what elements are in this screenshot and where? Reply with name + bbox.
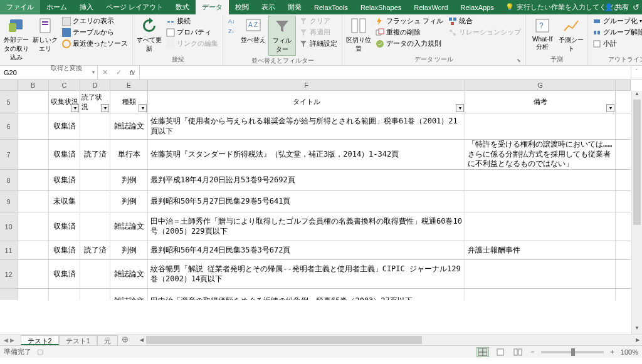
cell[interactable]: 単行本 [110, 140, 148, 170]
forecast-sheet-button[interactable]: 予測シート [557, 16, 585, 55]
whatif-button[interactable]: ? What-If 分析 [529, 16, 556, 53]
scroll-thumb[interactable] [633, 100, 641, 225]
header-cell-e[interactable]: 種類▾ [110, 91, 148, 113]
zoom-slider[interactable] [541, 351, 604, 353]
filter-button[interactable]: フィルター [268, 16, 296, 56]
clear-filter-button[interactable]: クリア [297, 16, 339, 26]
tab-review[interactable]: 校閲 [229, 0, 255, 14]
cell[interactable] [616, 170, 631, 191]
page-break-view-button[interactable] [512, 347, 524, 357]
cell[interactable] [616, 191, 631, 212]
get-external-data-button[interactable]: 外部データの取り込み [3, 16, 30, 63]
history-icon[interactable]: ↺ [633, 3, 639, 12]
cell[interactable]: 収集済 [49, 241, 80, 260]
scroll-thumb[interactable] [146, 336, 422, 344]
row-header[interactable] [0, 289, 18, 300]
cell[interactable]: 読了済 [80, 241, 110, 260]
dialog-launcher-icon[interactable]: ⬊ [515, 58, 522, 64]
cell[interactable] [465, 260, 616, 289]
ungroup-button[interactable]: グループ解除 ▾ [591, 27, 642, 38]
header-cell-g[interactable]: 備考▾ [465, 91, 616, 113]
tab-pagelayout[interactable]: ページ レイアウト [100, 0, 169, 14]
cell[interactable] [616, 260, 631, 289]
text-to-columns-button[interactable]: 区切り位置 [345, 16, 372, 55]
cell[interactable]: 佐藤英明「使用者から与えられる報奨金等が給与所得とされる範囲」税事61巻（200… [148, 113, 465, 140]
cell[interactable]: 雑誌論文 [110, 113, 148, 140]
cell[interactable]: 最判平成18年4月20日訟月53巻9号2692頁 [148, 170, 465, 191]
new-query-button[interactable]: 新しいクエリ [31, 16, 59, 55]
row-header[interactable]: 12 [0, 260, 18, 289]
cell[interactable] [49, 289, 80, 300]
from-table-button[interactable]: テーブルから [60, 27, 130, 38]
sheet-tab-moto[interactable]: 元 [97, 335, 118, 345]
vertical-scrollbar[interactable]: ▲ ▼ [631, 91, 642, 334]
relationships-button[interactable]: リレーションシップ [446, 27, 523, 38]
cell[interactable] [465, 113, 616, 140]
row-header[interactable]: 11 [0, 241, 18, 260]
sheet-tab-test1[interactable]: テスト1 [59, 335, 97, 345]
cell[interactable]: 最判昭和50年5月27日民集29巻5号641頁 [148, 191, 465, 212]
cell[interactable]: 「特許を受ける権利の譲渡時においては……さらに係る分割払方式を採用しても従業者に… [465, 140, 616, 170]
filter-toggle-icon[interactable]: ▾ [139, 104, 147, 112]
formula-input[interactable] [140, 66, 631, 79]
tab-relaxword[interactable]: RelaxWord [408, 0, 454, 14]
col-header-g[interactable]: G [465, 80, 616, 91]
col-header-f[interactable]: F [148, 80, 465, 91]
refresh-all-button[interactable]: すべて更新 [135, 16, 163, 55]
subtotal-button[interactable]: 小計 [591, 38, 642, 49]
recent-sources-button[interactable]: 最近使ったソース [60, 38, 130, 49]
share-button[interactable]: 👤 共有 [604, 3, 629, 12]
cell[interactable] [80, 191, 110, 212]
cell[interactable] [616, 241, 631, 260]
tab-formulas[interactable]: 数式 [169, 0, 196, 14]
cell[interactable] [465, 191, 616, 212]
header-cell-b[interactable] [18, 91, 49, 113]
tab-home[interactable]: ホーム [40, 0, 73, 14]
cell[interactable]: 収集済 [49, 212, 80, 241]
filter-toggle-icon[interactable]: ▾ [456, 104, 464, 112]
scroll-right-icon[interactable]: ▶ [633, 335, 642, 345]
cell[interactable] [80, 212, 110, 241]
cell[interactable] [80, 170, 110, 191]
cell[interactable] [18, 260, 49, 289]
cell[interactable]: 判例 [110, 241, 148, 260]
cell[interactable]: 田中治＝土師秀作「贈与により取得したゴルフ会員権の名義書換料の取得費性」税通60… [148, 212, 465, 241]
tab-relaxtools[interactable]: RelaxTools [308, 0, 354, 14]
sheet-tab-test2[interactable]: テスト2 [21, 335, 59, 345]
filter-toggle-icon[interactable]: ▾ [71, 104, 79, 112]
col-header-c[interactable]: C [49, 80, 80, 91]
macro-record-icon[interactable]: ▢ [37, 348, 43, 355]
cell[interactable] [18, 191, 49, 212]
cell[interactable]: 読了済 [80, 140, 110, 170]
cell[interactable] [616, 289, 631, 300]
worksheet-grid[interactable]: B C D E F G 5 収集状況▾ 読了状況▾ 種類▾ タイトル▾ 備考▾ … [0, 80, 642, 334]
horizontal-scrollbar[interactable]: ◀ ▶ [137, 335, 642, 345]
sheet-nav[interactable]: ◀ ▶ [0, 335, 18, 345]
row-header-5[interactable]: 5 [0, 91, 18, 113]
cell[interactable] [18, 241, 49, 260]
consolidate-button[interactable]: 統合 [446, 16, 523, 26]
zoom-level[interactable]: 100% [621, 348, 638, 356]
scroll-up-icon[interactable]: ▲ [632, 91, 642, 100]
cell[interactable] [616, 140, 631, 170]
cell[interactable]: 未収集 [49, 191, 80, 212]
cell[interactable]: 収集済 [49, 260, 80, 289]
header-cell-f[interactable]: タイトル▾ [148, 91, 465, 113]
cell[interactable]: 雑誌論文 [110, 260, 148, 289]
properties-button[interactable]: プロパティ [164, 27, 220, 38]
name-box[interactable]: G20 ▼ [0, 66, 98, 79]
cell[interactable]: 雑誌論文 [110, 212, 148, 241]
cell[interactable]: 収集済 [49, 140, 80, 170]
tab-developer[interactable]: 開発 [282, 0, 308, 14]
sort-button[interactable]: A Z 並べ替え [239, 16, 267, 46]
tab-relaxshapes[interactable]: RelaxShapes [354, 0, 408, 14]
row-header[interactable]: 10 [0, 212, 18, 241]
show-queries-button[interactable]: クエリの表示 [60, 16, 130, 26]
sort-desc-button[interactable]: Z↓ [226, 26, 238, 36]
cell[interactable] [80, 113, 110, 140]
cell[interactable] [18, 212, 49, 241]
tab-data[interactable]: データ [196, 0, 229, 14]
group-button[interactable]: グループ化 ▾ [591, 16, 642, 26]
sort-asc-button[interactable]: A↓ [226, 16, 238, 26]
data-validation-button[interactable]: データの入力規則 [374, 38, 445, 49]
